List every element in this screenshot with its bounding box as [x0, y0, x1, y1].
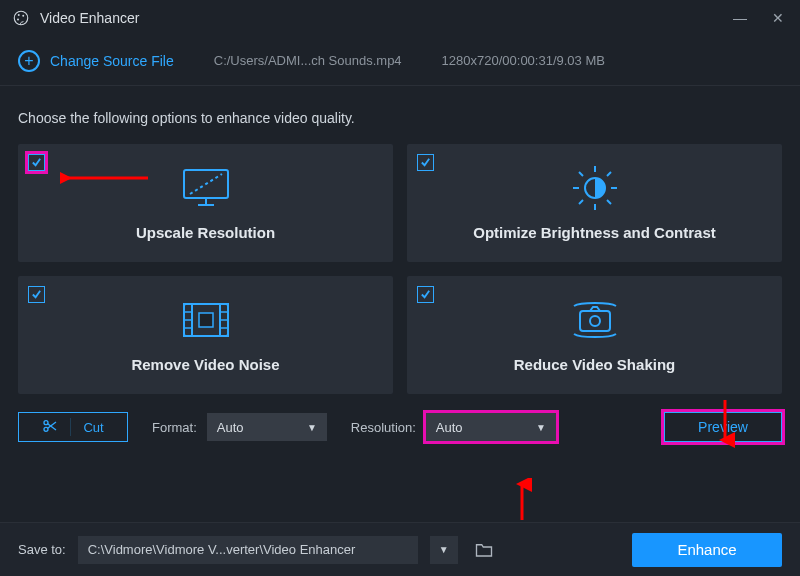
svg-point-1 — [18, 14, 20, 16]
instruction-text: Choose the following options to enhance … — [0, 86, 800, 144]
svg-line-5 — [190, 174, 222, 194]
checkbox-brightness[interactable] — [417, 154, 434, 171]
annotation-arrow-up-resolution — [512, 478, 532, 522]
checkbox-upscale[interactable] — [28, 154, 45, 171]
save-path-display: C:\Vidmore\Vidmore V...verter\Video Enha… — [78, 536, 418, 564]
preview-button[interactable]: Preview — [664, 412, 782, 442]
chevron-down-icon: ▼ — [536, 422, 546, 433]
card-optimize-brightness[interactable]: Optimize Brightness and Contrast — [407, 144, 782, 262]
svg-line-15 — [579, 200, 583, 204]
format-select[interactable]: Auto ▼ — [207, 413, 327, 441]
cut-label: Cut — [83, 420, 103, 435]
checkbox-shaking[interactable] — [417, 286, 434, 303]
save-path-dropdown[interactable]: ▼ — [430, 536, 458, 564]
save-path-text: C:\Vidmore\Vidmore V...verter\Video Enha… — [88, 542, 356, 557]
change-source-label: Change Source File — [50, 53, 174, 69]
source-file-path: C:/Users/ADMI...ch Sounds.mp4 — [214, 53, 402, 68]
palette-icon — [12, 9, 30, 27]
svg-point-3 — [17, 19, 19, 21]
card-remove-noise[interactable]: Remove Video Noise — [18, 276, 393, 394]
card-reduce-shaking[interactable]: Reduce Video Shaking — [407, 276, 782, 394]
open-folder-button[interactable] — [470, 536, 498, 564]
scissors-icon — [42, 418, 58, 437]
svg-line-16 — [607, 172, 611, 176]
svg-point-28 — [590, 316, 600, 326]
card-label: Upscale Resolution — [136, 224, 275, 241]
bottom-bar: Save to: C:\Vidmore\Vidmore V...verter\V… — [0, 522, 800, 576]
resolution-value: Auto — [436, 420, 463, 435]
svg-line-14 — [607, 200, 611, 204]
titlebar: Video Enhancer — ✕ — [0, 0, 800, 36]
svg-rect-27 — [580, 311, 610, 331]
close-button[interactable]: ✕ — [768, 10, 788, 26]
resolution-select[interactable]: Auto ▼ — [426, 413, 556, 441]
svg-point-2 — [22, 15, 24, 17]
brightness-icon — [571, 166, 619, 210]
divider — [70, 418, 71, 436]
enhance-button[interactable]: Enhance — [632, 533, 782, 567]
enhance-label: Enhance — [677, 541, 736, 558]
source-file-meta: 1280x720/00:00:31/9.03 MB — [442, 53, 605, 68]
topbar: + Change Source File C:/Users/ADMI...ch … — [0, 36, 800, 86]
controls-row: Cut Format: Auto ▼ Resolution: Auto ▼ Pr… — [0, 394, 800, 442]
film-icon — [181, 298, 231, 342]
card-upscale-resolution[interactable]: Upscale Resolution — [18, 144, 393, 262]
options-grid: Upscale Resolution Optimize Brightness a… — [0, 144, 800, 394]
camera-shake-icon — [568, 298, 622, 342]
plus-circle-icon: + — [18, 50, 40, 72]
card-label: Remove Video Noise — [131, 356, 279, 373]
svg-rect-26 — [199, 313, 213, 327]
cut-button[interactable]: Cut — [18, 412, 128, 442]
checkbox-noise[interactable] — [28, 286, 45, 303]
minimize-button[interactable]: — — [730, 10, 750, 26]
preview-label: Preview — [698, 419, 748, 435]
svg-line-13 — [579, 172, 583, 176]
format-label: Format: — [152, 420, 197, 435]
chevron-down-icon: ▼ — [307, 422, 317, 433]
resolution-label: Resolution: — [351, 420, 416, 435]
resolution-field: Resolution: Auto ▼ — [351, 413, 556, 441]
monitor-icon — [180, 166, 232, 210]
format-value: Auto — [217, 420, 244, 435]
change-source-button[interactable]: + Change Source File — [18, 50, 174, 72]
card-label: Reduce Video Shaking — [514, 356, 675, 373]
save-to-label: Save to: — [18, 542, 66, 557]
card-label: Optimize Brightness and Contrast — [473, 224, 716, 241]
app-title: Video Enhancer — [40, 10, 139, 26]
format-field: Format: Auto ▼ — [152, 413, 327, 441]
